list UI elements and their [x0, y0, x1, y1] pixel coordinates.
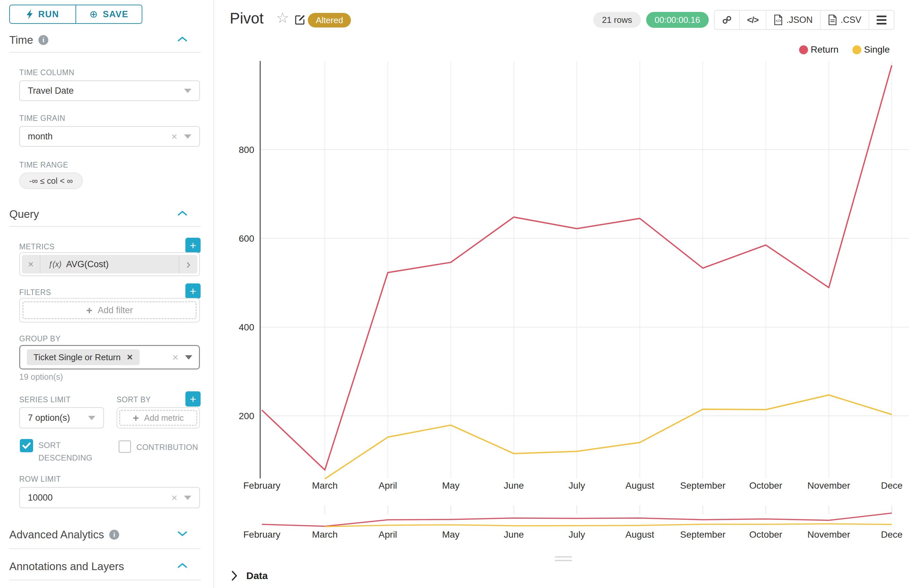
series-limit-label: SERIES LIMIT — [19, 395, 71, 404]
embed-code-button[interactable]: </> — [739, 11, 766, 29]
filters-label: FILTERS — [19, 288, 51, 297]
svg-text:February: February — [243, 480, 280, 491]
svg-text:Dece: Dece — [881, 480, 903, 491]
time-section-title: Time — [9, 34, 33, 46]
add-sort-metric-plus-button[interactable]: + — [186, 391, 200, 407]
time-section-header[interactable]: Time i — [9, 34, 200, 46]
group-by-tag[interactable]: Ticket Single or Return ✕ — [27, 349, 140, 365]
contribution-checkbox[interactable] — [118, 440, 131, 453]
time-column-select[interactable]: Travel Date — [19, 81, 200, 101]
info-icon: i — [39, 35, 48, 45]
sort-descending-label: SORT DESCENDING — [39, 439, 98, 464]
sort-descending-checkbox[interactable] — [20, 439, 33, 452]
remove-tag-icon[interactable]: ✕ — [126, 353, 133, 362]
group-by-label: GROUP BY — [19, 334, 61, 343]
save-button[interactable]: ⊕ SAVE — [76, 5, 142, 23]
metric-pill[interactable]: × ƒ(x) AVG(Cost) › — [22, 255, 197, 273]
svg-text:March: March — [312, 530, 337, 540]
altered-badge[interactable]: Altered — [308, 13, 351, 27]
chevron-right-icon[interactable]: › — [179, 255, 197, 273]
add-metric-plus-button[interactable]: + — [186, 238, 200, 253]
svg-text:November: November — [807, 530, 850, 540]
x-axis-labels: FebruaryMarchAprilMayJuneJulyAugustSepte… — [243, 480, 903, 491]
data-section-toggle[interactable]: Data — [231, 570, 268, 582]
annotations-header[interactable]: Annotations and Layers — [9, 560, 200, 573]
favorite-star-icon[interactable]: ☆ — [276, 11, 289, 25]
chevron-up-icon[interactable] — [178, 36, 187, 42]
chevron-down-icon — [185, 355, 192, 360]
run-save-button-row: RUN ⊕ SAVE — [9, 5, 142, 24]
run-button[interactable]: RUN — [10, 5, 76, 23]
add-filter-button[interactable]: + Add filter — [23, 301, 197, 319]
svg-text:February: February — [243, 530, 280, 540]
group-by-select[interactable]: Ticket Single or Return ✕ × — [19, 345, 200, 370]
svg-text:June: June — [504, 480, 524, 491]
query-section-header[interactable]: Query — [9, 208, 200, 221]
series-limit-value: 7 option(s) — [28, 413, 70, 423]
run-button-label: RUN — [39, 9, 59, 19]
row-limit-label: ROW LIMIT — [19, 475, 61, 484]
brush-minimap[interactable]: FebruaryMarchAprilMayJuneJulyAugustSepte… — [243, 506, 903, 540]
check-icon — [22, 442, 31, 449]
svg-text:May: May — [442, 480, 460, 491]
row-limit-value: 10000 — [28, 493, 53, 503]
chevron-down-icon — [88, 416, 95, 420]
add-sort-metric-button[interactable]: + Add metric — [119, 410, 197, 426]
line-chart: 200400600800FebruaryMarchAprilMayJuneJul… — [213, 33, 909, 588]
chevron-down-icon[interactable] — [178, 531, 187, 536]
info-icon: i — [109, 530, 119, 540]
svg-text:October: October — [749, 530, 783, 540]
row-count-pill: 21 rows — [593, 12, 641, 28]
edit-icon[interactable] — [294, 14, 306, 26]
section-divider — [9, 548, 200, 549]
menu-button[interactable] — [869, 11, 894, 29]
metric-name: AVG(Cost) — [66, 259, 109, 270]
copy-link-button[interactable] — [715, 11, 739, 29]
chevron-up-icon[interactable] — [178, 210, 187, 216]
time-grain-label: TIME GRAIN — [19, 114, 65, 123]
svg-text:400: 400 — [239, 322, 254, 333]
row-limit-select[interactable]: 10000 × — [19, 487, 200, 508]
export-csv-label: .CSV — [841, 15, 861, 25]
single-line — [325, 395, 892, 479]
export-json-button[interactable]: </> .JSON — [766, 11, 820, 29]
metrics-label: METRICS — [19, 242, 55, 251]
group-by-options-hint: 19 option(s) — [19, 372, 63, 382]
annotations-title: Annotations and Layers — [9, 560, 124, 573]
query-section-title: Query — [9, 208, 39, 221]
export-csv-button[interactable]: .CSV — [820, 11, 869, 29]
chart-title: Pivot — [230, 9, 263, 27]
section-divider — [9, 580, 200, 580]
svg-text:November: November — [807, 480, 850, 491]
svg-text:200: 200 — [239, 411, 254, 421]
link-icon — [722, 15, 732, 25]
svg-text:July: July — [569, 530, 585, 540]
export-json-label: .JSON — [786, 15, 813, 25]
svg-text:October: October — [749, 480, 783, 491]
time-range-label: TIME RANGE — [19, 161, 68, 170]
svg-text:April: April — [379, 530, 397, 540]
chevron-up-icon[interactable] — [178, 563, 187, 568]
remove-metric-icon[interactable]: × — [22, 255, 40, 273]
add-filter-plus-button[interactable]: + — [186, 283, 200, 299]
svg-text:August: August — [625, 480, 654, 491]
time-range-chip[interactable]: -∞ ≤ col < ∞ — [19, 173, 83, 189]
group-by-tag-label: Ticket Single or Return — [34, 352, 121, 362]
export-button-group: </> </> .JSON .CSV — [714, 10, 894, 30]
sort-by-label: SORT BY — [116, 395, 151, 404]
clear-icon[interactable]: × — [171, 492, 178, 503]
svg-text:September: September — [680, 530, 726, 540]
y-axis-ticks: 200400600800 — [239, 145, 254, 421]
time-grain-select[interactable]: month × — [19, 126, 200, 147]
advanced-analytics-header[interactable]: Advanced Analytics i — [9, 528, 200, 541]
clear-icon[interactable]: × — [171, 131, 178, 142]
chevron-down-icon — [184, 496, 191, 500]
chevron-down-icon — [184, 134, 191, 139]
code-icon: </> — [747, 15, 759, 25]
pane-resize-handle[interactable] — [555, 556, 572, 564]
hamburger-icon — [877, 16, 886, 24]
svg-text:September: September — [680, 480, 726, 491]
series-limit-select[interactable]: 7 option(s) — [19, 407, 104, 428]
section-divider — [9, 52, 200, 53]
clear-icon[interactable]: × — [172, 352, 178, 362]
